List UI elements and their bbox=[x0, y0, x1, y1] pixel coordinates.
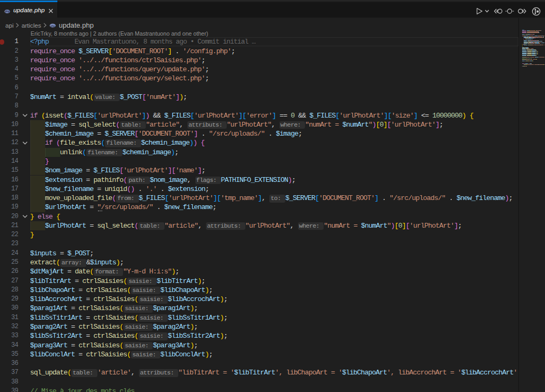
svg-text:php: php bbox=[50, 24, 54, 27]
svg-text:php: php bbox=[5, 10, 10, 13]
